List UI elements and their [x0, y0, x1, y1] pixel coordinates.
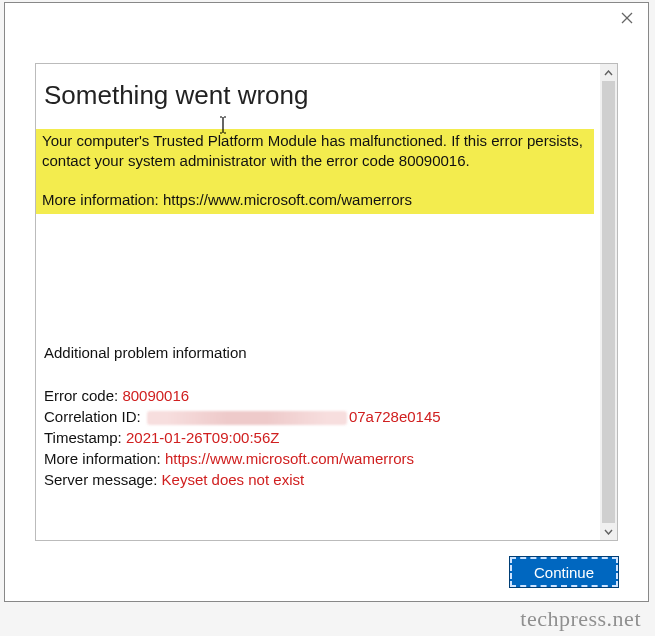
dialog-body: Something went wrong Your computer's Tru… [36, 64, 600, 540]
vertical-scrollbar[interactable] [600, 64, 617, 540]
detail-error-code: Error code: 80090016 [44, 385, 600, 406]
timestamp-label: Timestamp: [44, 429, 126, 446]
server-message-value: Keyset does not exist [162, 471, 305, 488]
scroll-up-arrow[interactable] [600, 64, 617, 81]
detail-correlation-id: Correlation ID: 07a728e0145 [44, 406, 600, 427]
more-info-link[interactable]: https://www.microsoft.com/wamerrors [165, 450, 414, 467]
scrollbar-thumb[interactable] [602, 81, 615, 523]
continue-button[interactable]: Continue [510, 557, 618, 587]
close-button[interactable] [618, 9, 636, 27]
error-message-main: Your computer's Trusted Platform Module … [36, 131, 590, 172]
blank-line [36, 172, 590, 190]
correlation-id-suffix: 07a728e0145 [349, 408, 441, 425]
correlation-id-label: Correlation ID: [44, 408, 145, 425]
close-icon [621, 12, 633, 24]
error-message-more-info: More information: https://www.microsoft.… [36, 190, 590, 210]
redacted-correlation-id [147, 411, 347, 425]
error-code-value: 80090016 [122, 387, 189, 404]
scroll-down-arrow[interactable] [600, 523, 617, 540]
chevron-up-icon [604, 70, 613, 76]
chevron-down-icon [604, 529, 613, 535]
dialog-title: Something went wrong [44, 80, 600, 111]
watermark-text: techpress.net [520, 606, 641, 632]
problem-details: Error code: 80090016 Correlation ID: 07a… [42, 385, 600, 490]
detail-more-info: More information: https://www.microsoft.… [44, 448, 600, 469]
server-message-label: Server message: [44, 471, 162, 488]
error-code-label: Error code: [44, 387, 122, 404]
detail-timestamp: Timestamp: 2021-01-26T09:00:56Z [44, 427, 600, 448]
dialog-content-frame: Something went wrong Your computer's Tru… [35, 63, 618, 541]
additional-info-heading: Additional problem information [42, 344, 600, 361]
timestamp-value: 2021-01-26T09:00:56Z [126, 429, 279, 446]
detail-server-message: Server message: Keyset does not exist [44, 469, 600, 490]
highlighted-message: Your computer's Trusted Platform Module … [36, 129, 594, 214]
error-dialog: Something went wrong Your computer's Tru… [4, 2, 649, 602]
more-info-label: More information: [44, 450, 165, 467]
scrollbar-track[interactable] [600, 81, 617, 523]
